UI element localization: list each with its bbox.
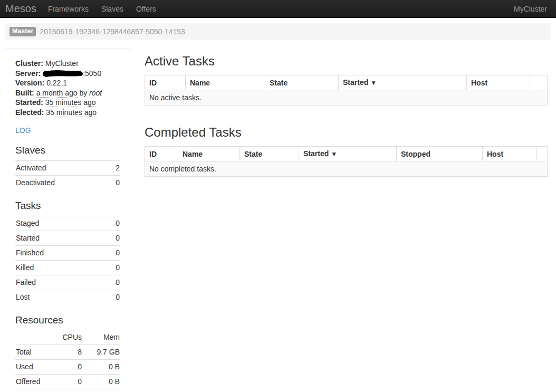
resources-used-mem: 0 B [82,360,120,375]
tasks-killed-value: 0 [104,261,120,275]
completed-col-blank [536,147,548,161]
active-tasks-table: ID Name State Started ▼ Host No active t… [145,75,548,106]
cluster-info-block: Cluster: MyCluster Server: :5050 Version… [15,59,120,117]
completed-col-id[interactable]: ID [145,147,178,161]
completed-tasks-title: Completed Tasks [145,125,548,140]
completed-col-started[interactable]: Started ▼ [299,147,397,161]
table-row: Idle 8 9.7 GB [15,389,120,392]
table-header-row: ID Name State Started ▼ Host [145,75,548,90]
table-row: Started 0 [15,231,120,246]
active-col-blank [530,75,548,90]
nav-item-slaves[interactable]: Slaves [95,0,130,18]
completed-col-name[interactable]: Name [178,147,240,161]
active-col-id[interactable]: ID [145,75,186,90]
version-value: 0.22.1 [46,79,67,87]
completed-tasks-empty-message: No completed tasks. [145,161,548,177]
resources-offered-mem: 0 B [82,375,120,389]
table-row: CPUs Mem [15,330,120,345]
resources-used-label: Used [15,360,53,375]
resources-idle-cpus: 8 [53,389,82,392]
cluster-line: Cluster: MyCluster [15,59,120,69]
slaves-deactivated-label: Deactivated [15,176,108,190]
tasks-lost-value: 0 [104,290,120,305]
resources-table: CPUs Mem Total 8 9.7 GB Used 0 0 B [15,330,120,392]
resources-used-cpus: 0 [53,360,82,375]
resources-header-blank [15,330,53,345]
built-joiner: by [79,89,87,97]
tasks-staged-value: 0 [104,216,120,231]
master-badge: Master [9,27,36,36]
table-row: Total 8 9.7 GB [15,345,120,360]
table-row: Killed 0 [15,261,120,275]
tasks-killed-label: Killed [15,261,104,275]
main-content: Active Tasks ID Name State Started ▼ Hos… [145,49,548,177]
resources-header-cpus: CPUs [53,330,82,345]
built-time: a month ago [36,89,78,98]
built-line: Built: a month ago by root [15,88,120,98]
built-user: root [89,89,102,97]
nav-item-offers[interactable]: Offers [130,0,162,18]
resources-header-mem: Mem [82,330,120,345]
started-time: 35 minutes ago [45,98,96,107]
navbar-cluster-name: MyCluster [514,5,547,13]
started-label: Started: [15,98,43,107]
nav-item-frameworks[interactable]: Frameworks [42,0,95,18]
tasks-failed-label: Failed [15,275,104,290]
table-row: Used 0 0 B [15,360,120,375]
top-navbar: Mesos Frameworks Slaves Offers MyCluster [0,0,556,18]
elected-time: 35 minutes ago [46,108,97,117]
resources-total-mem: 9.7 GB [82,345,120,360]
table-row: Offered 0 0 B [15,375,120,389]
active-col-name[interactable]: Name [186,75,265,90]
active-col-state[interactable]: State [265,75,339,90]
active-tasks-title: Active Tasks [145,54,548,69]
completed-col-stopped[interactable]: Stopped [397,147,483,161]
table-row: Finished 0 [15,246,120,261]
sort-desc-icon: ▼ [370,79,377,87]
tasks-started-value: 0 [104,231,120,246]
resources-total-cpus: 8 [53,345,82,360]
cluster-info-panel: Cluster: MyCluster Server: :5050 Version… [5,49,130,392]
tasks-failed-value: 0 [104,275,120,290]
tasks-started-label: Started [15,231,104,246]
server-line: Server: :5050 [15,69,120,79]
tasks-finished-label: Finished [15,246,104,261]
table-row: Lost 0 [15,290,120,305]
tasks-finished-value: 0 [104,246,120,261]
tasks-section-title: Tasks [15,200,120,212]
slaves-section-title: Slaves [15,145,120,156]
table-row: Deactivated 0 [15,176,120,190]
master-id-bar: Master 20150619-192346-1298446857-5050-1… [5,23,551,40]
sort-desc-icon: ▼ [331,150,337,158]
started-line: Started: 35 minutes ago [15,98,120,108]
active-tasks-empty-message: No active tasks. [145,90,548,106]
tasks-staged-label: Staged [15,216,104,231]
slaves-activated-label: Activated [15,161,108,176]
completed-col-host[interactable]: Host [483,147,536,161]
server-port: :5050 [83,69,101,78]
built-label: Built: [15,89,34,97]
server-label: Server: [15,69,41,78]
master-id-text: 20150619-192346-1298446857-5050-14153 [40,27,185,36]
completed-col-state[interactable]: State [240,147,299,161]
resources-idle-label: Idle [15,389,53,392]
table-row: No completed tasks. [145,161,548,177]
brand-mesos-link[interactable]: Mesos [5,1,42,17]
resources-section-title: Resources [15,314,120,326]
resources-offered-label: Offered [15,375,53,389]
navbar-menu: Frameworks Slaves Offers [42,0,162,18]
elected-line: Elected: 35 minutes ago [15,108,120,118]
completed-tasks-table: ID Name State Started ▼ Stopped Host No … [145,146,548,177]
resources-idle-mem: 9.7 GB [82,389,120,392]
table-row: Activated 2 [15,161,120,176]
cluster-value: MyCluster [45,59,79,68]
table-header-row: ID Name State Started ▼ Stopped Host [145,147,548,161]
redacted-server-address [43,70,83,77]
log-link[interactable]: LOG [15,126,31,135]
tasks-table: Staged 0 Started 0 Finished 0 Killed 0 [15,216,120,304]
table-row: Staged 0 [15,216,120,231]
active-col-started[interactable]: Started ▼ [339,75,467,90]
active-col-host[interactable]: Host [467,75,530,90]
version-line: Version: 0.22.1 [15,78,120,88]
resources-offered-cpus: 0 [53,375,82,389]
